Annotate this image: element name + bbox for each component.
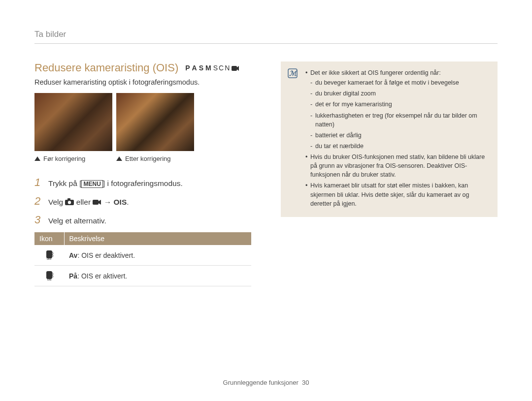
step-text: Trykk på [MENU] i fotograferingsmodus.	[48, 179, 183, 188]
step-text: Velg eller → OIS.	[48, 198, 129, 207]
step-3: 3 Velg et alternativ.	[34, 214, 251, 226]
mode-a: A	[192, 64, 198, 72]
note-subitem: du tar et nærbilde	[310, 142, 490, 151]
table-row: OIS På: OIS er aktivert.	[34, 266, 251, 286]
note-subitem: batteriet er dårlig	[310, 131, 490, 140]
cell-desc: På: OIS er aktivert.	[64, 266, 251, 286]
row-label: Av	[69, 251, 77, 259]
step2-mid: eller	[76, 198, 93, 206]
row-desc: : OIS er aktivert.	[77, 272, 127, 280]
step-number: 3	[34, 214, 43, 226]
note-item: Hvis kameraet blir utsatt for støt eller…	[305, 181, 490, 208]
caption-before: Før korrigering	[34, 155, 112, 162]
step1-pre: Trykk på [	[48, 179, 81, 187]
svg-point-3	[68, 201, 71, 204]
step-2: 2 Velg eller → OIS.	[34, 195, 251, 208]
note-item: Hvis du bruker OIS-funksjonen med stativ…	[305, 153, 490, 179]
steps-list: 1 Trykk på [MENU] i fotograferingsmodus.…	[34, 176, 251, 226]
step2-arrow: →	[104, 198, 114, 206]
svg-rect-2	[67, 198, 70, 200]
row-label: På	[69, 272, 77, 280]
mode-indicators: P A S M SCN	[185, 64, 239, 72]
info-icon: ℳ	[288, 68, 298, 81]
mode-s: S	[199, 64, 204, 72]
page-title: Redusere kameraristing (OIS) P A S M SCN	[34, 62, 251, 74]
footer-page: 30	[302, 379, 309, 386]
note-subitem: du bruker digital zoom	[310, 89, 490, 98]
video-icon	[93, 198, 101, 207]
right-column: ℳ Det er ikke sikkert at OIS fungerer or…	[281, 62, 498, 286]
title-text: Redusere kameraristing (OIS)	[34, 62, 178, 74]
options-table: Ikon Beskrivelse OFF Av: OIS er deaktive…	[34, 232, 251, 286]
note-intro: Det er ikke sikkert at OIS fungerer orde…	[310, 69, 441, 76]
step-number: 2	[34, 195, 43, 208]
cell-desc: Av: OIS er deaktivert.	[64, 245, 251, 266]
th-desc: Beskrivelse	[64, 232, 251, 245]
svg-text:ℳ: ℳ	[289, 70, 298, 77]
step2-ois: OIS	[114, 198, 127, 206]
note-subitem: lukkerhastigheten er treg (for eksempel …	[310, 111, 490, 129]
svg-rect-4	[93, 200, 99, 205]
note-subitem: du beveger kameraet for å følge et motiv…	[310, 78, 490, 87]
example-images	[34, 93, 251, 151]
caption-after: Etter korrigering	[116, 155, 194, 162]
step1-post: ] i fotograferingsmodus.	[103, 179, 183, 187]
note-box: ℳ Det er ikke sikkert at OIS fungerer or…	[281, 62, 498, 217]
left-column: Redusere kameraristing (OIS) P A S M SCN…	[34, 62, 251, 286]
photo-before	[34, 93, 112, 151]
step-number: 1	[34, 176, 43, 189]
mode-scn: SCN	[213, 64, 231, 72]
note-subitem: det er for mye kameraristing	[310, 100, 490, 109]
mode-p: P	[185, 64, 191, 72]
caption-after-text: Etter korrigering	[125, 155, 170, 162]
page-footer: Grunnleggende funksjoner 30	[0, 379, 532, 386]
ois-off-icon: OFF	[34, 245, 64, 266]
ois-on-icon: OIS	[34, 266, 64, 286]
video-mode-icon	[232, 64, 239, 72]
camera-icon	[65, 198, 74, 207]
step2-pre: Velg	[48, 198, 65, 206]
menu-button-label: MENU	[81, 180, 102, 188]
svg-rect-0	[232, 66, 237, 71]
step-text: Velg et alternativ.	[48, 216, 106, 225]
note-item: Det er ikke sikkert at OIS fungerer orde…	[305, 68, 490, 151]
subtitle: Reduser kameraristing optisk i fotografe…	[34, 78, 251, 86]
svg-text:OIS: OIS	[47, 278, 52, 280]
row-desc: : OIS er deaktivert.	[77, 251, 135, 259]
triangle-up-icon	[116, 156, 122, 161]
step2-end: .	[127, 198, 129, 206]
footer-section: Grunnleggende funksjoner	[223, 379, 299, 386]
mode-m: M	[205, 64, 212, 72]
triangle-up-icon	[34, 156, 40, 161]
caption-before-text: Før korrigering	[43, 155, 85, 162]
th-icon: Ikon	[34, 232, 64, 245]
photo-after	[116, 93, 194, 151]
svg-text:OFF: OFF	[47, 257, 52, 260]
step-1: 1 Trykk på [MENU] i fotograferingsmodus.	[34, 176, 251, 189]
breadcrumb: Ta bilder	[34, 30, 498, 44]
table-row: OFF Av: OIS er deaktivert.	[34, 245, 251, 266]
